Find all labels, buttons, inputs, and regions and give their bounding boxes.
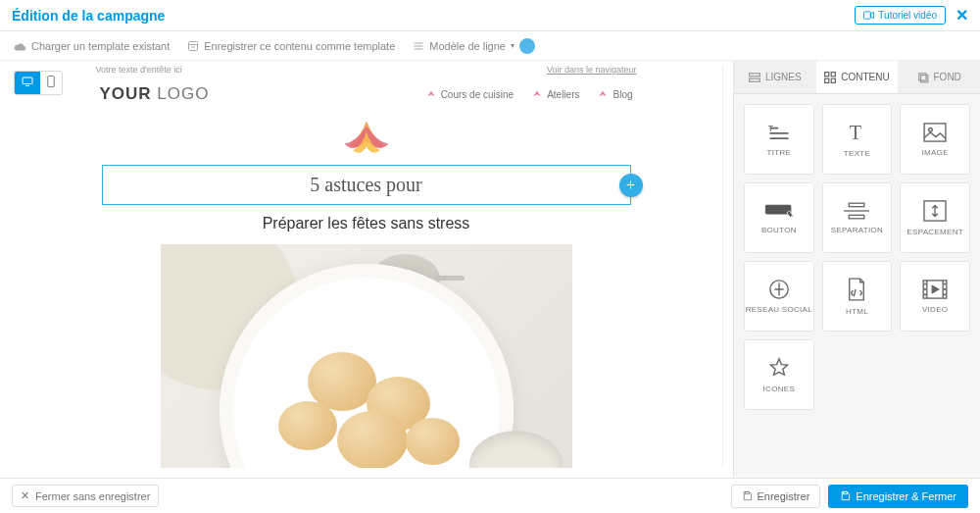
widget-html[interactable]: HTML [822, 261, 893, 332]
rows-icon [749, 73, 760, 82]
new-badge-icon [519, 38, 535, 54]
svg-rect-0 [864, 12, 871, 19]
top-header: Édition de la campagne Tutoriel vidéo ✕ [0, 0, 980, 31]
widget-button[interactable]: BOUTON [744, 182, 814, 253]
layers-icon [917, 72, 929, 83]
widget-label: SEPARATION [831, 226, 883, 234]
widget-label: RESEAU SOCIAL [746, 306, 812, 315]
nav-item-workshops[interactable]: Ateliers [531, 89, 579, 100]
widget-label: ESPACEMENT [906, 228, 963, 236]
svg-point-32 [925, 288, 926, 289]
save-as-template-button[interactable]: Enregistrer ce contenu comme template [187, 40, 395, 52]
side-panel: LIGNES CONTENU FOND T TITRE T TEXTE [733, 61, 980, 478]
save-close-label: Enregistrer & Fermer [856, 490, 956, 502]
widget-icons[interactable]: ICONES [744, 339, 814, 410]
footer: ✕ Fermer sans enregistrer Enregistrer En… [0, 478, 980, 513]
tab-lines[interactable]: LIGNES [734, 61, 816, 93]
canvas-scroll[interactable]: Votre texte d'entête ici Voir dans le na… [10, 65, 723, 468]
header-actions: Tutoriel vidéo ✕ [855, 6, 968, 25]
logo: YOUR LOGO [100, 84, 210, 104]
svg-point-36 [945, 294, 946, 295]
email-nav: Cours de cuisine Ateliers Blog [425, 89, 633, 100]
widget-image[interactable]: IMAGE [900, 104, 970, 175]
widget-label: HTML [846, 307, 868, 316]
separator-widget-icon [844, 202, 869, 220]
line-model-button[interactable]: Modèle de ligne ▾ [413, 38, 535, 54]
save-button[interactable]: Enregistrer [731, 485, 821, 508]
close-icon[interactable]: ✕ [956, 6, 968, 25]
load-template-button[interactable]: Charger un template existant [14, 40, 170, 52]
svg-rect-14 [825, 78, 829, 82]
tab-label: CONTENU [841, 72, 889, 82]
photo-pancake [278, 401, 337, 450]
widget-label: BOUTON [761, 226, 797, 234]
svg-rect-12 [825, 72, 829, 76]
photo-pancake [406, 418, 460, 465]
mobile-view-button[interactable] [40, 72, 62, 94]
svg-rect-38 [844, 491, 848, 493]
svg-rect-1 [189, 41, 198, 50]
lotus-large-icon [332, 118, 401, 159]
cloud-upload-icon [14, 40, 26, 51]
svg-point-35 [945, 288, 946, 289]
svg-point-21 [929, 128, 933, 131]
subtitle-text[interactable]: Préparer les fêtes sans stress [92, 215, 641, 232]
spacing-widget-icon [923, 200, 947, 222]
svg-point-33 [925, 294, 926, 295]
svg-rect-13 [831, 72, 835, 76]
svg-rect-25 [850, 215, 865, 218]
nav-item-courses[interactable]: Cours de cuisine [425, 89, 514, 100]
toolbar: Charger un template existant Enregistrer… [0, 31, 980, 61]
header-placeholder-text: Votre texte d'entête ici [96, 65, 182, 75]
widget-label: TITRE [767, 148, 792, 157]
tab-content[interactable]: CONTENU [816, 61, 899, 93]
widget-separator[interactable]: SEPARATION [822, 182, 893, 253]
save-and-close-button[interactable]: Enregistrer & Fermer [828, 485, 968, 508]
svg-rect-10 [750, 73, 760, 76]
main: Votre texte d'entête ici Voir dans le na… [0, 61, 980, 478]
selected-title-block[interactable]: 5 astuces pour + [102, 165, 631, 205]
lotus-icon [597, 90, 609, 98]
email-header-row: Votre texte d'entête ici Voir dans le na… [92, 65, 641, 78]
social-widget-icon [768, 279, 790, 300]
svg-point-31 [925, 283, 926, 284]
side-tabs: LIGNES CONTENU FOND [734, 61, 980, 94]
widget-video[interactable]: VIDEO [900, 261, 970, 332]
desktop-icon [22, 77, 33, 86]
svg-rect-16 [918, 73, 925, 79]
tab-background[interactable]: FOND [898, 61, 980, 93]
nav-label: Blog [612, 89, 632, 100]
lotus-icon [425, 90, 437, 98]
hero-image[interactable] [161, 244, 572, 468]
save-template-icon [187, 40, 199, 52]
tutorial-video-button[interactable]: Tutoriel vidéo [855, 6, 946, 25]
mobile-icon [47, 76, 55, 87]
widget-spacing[interactable]: ESPACEMENT [900, 182, 970, 253]
logo-bold: YOUR [100, 84, 152, 103]
svg-rect-7 [23, 77, 32, 84]
save-icon [742, 490, 753, 501]
desktop-view-button[interactable] [15, 72, 40, 94]
widget-social[interactable]: RESEAU SOCIAL [744, 261, 814, 332]
svg-point-34 [945, 283, 946, 284]
email-canvas[interactable]: Votre texte d'entête ici Voir dans le na… [92, 65, 641, 468]
hero-lotus [92, 118, 641, 159]
line-model-label: Modèle de ligne [429, 40, 506, 52]
view-in-browser-link[interactable]: Voir dans le navigateur [547, 65, 637, 75]
nav-item-blog[interactable]: Blog [597, 89, 632, 100]
close-no-save-label: Fermer sans enregistrer [35, 490, 150, 502]
svg-rect-17 [920, 75, 927, 81]
lines-icon [413, 41, 424, 51]
svg-text:T: T [850, 122, 861, 143]
text-widget-icon: T [846, 122, 867, 143]
add-block-handle[interactable]: + [619, 174, 643, 197]
save-label: Enregistrer [758, 490, 810, 502]
svg-rect-15 [831, 78, 835, 82]
svg-rect-23 [850, 203, 865, 206]
video-icon [863, 11, 874, 20]
widget-text[interactable]: T TEXTE [822, 104, 893, 175]
svg-rect-9 [48, 77, 55, 87]
close-without-saving-button[interactable]: ✕ Fermer sans enregistrer [12, 485, 159, 507]
grid-icon [824, 72, 836, 83]
widget-title[interactable]: T TITRE [744, 104, 814, 175]
